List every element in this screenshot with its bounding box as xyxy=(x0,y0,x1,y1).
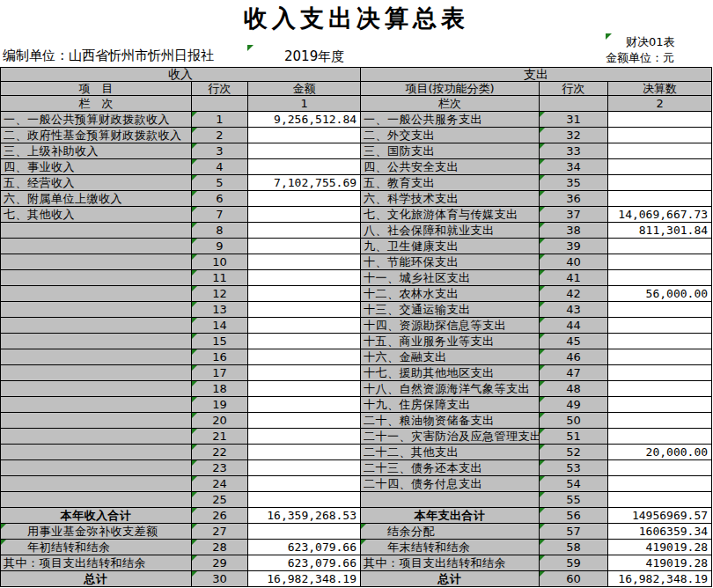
expense-item-cell[interactable]: 二十一、灾害防治及应急管理支出 xyxy=(361,429,540,445)
expense-item-cell[interactable]: 十五、商业服务业等支出 xyxy=(361,334,540,349)
expense-line-cell[interactable]: 44 xyxy=(540,318,608,334)
expense-line-cell[interactable]: 38 xyxy=(540,223,608,239)
expense-item-cell[interactable]: 总计 xyxy=(361,571,540,587)
expense-line-cell[interactable]: 49 xyxy=(540,397,608,413)
expense-amount-cell[interactable] xyxy=(608,143,712,159)
income-line-cell[interactable]: 30 xyxy=(192,571,248,587)
expense-item-cell[interactable]: 十一、城乡社区支出 xyxy=(361,270,540,286)
income-item-cell[interactable] xyxy=(1,270,192,286)
income-item-cell[interactable] xyxy=(1,492,192,508)
income-line-header[interactable]: 行次 xyxy=(192,82,248,96)
expense-amount-cell[interactable]: 20,000.00 xyxy=(608,445,712,460)
expense-line-cell[interactable]: 45 xyxy=(540,334,608,349)
expense-amount-cell[interactable]: 16,982,348.19 xyxy=(608,571,712,587)
income-amount-cell[interactable] xyxy=(248,445,361,460)
income-line-cell[interactable]: 20 xyxy=(192,413,248,429)
expense-line-cell[interactable]: 52 xyxy=(540,445,608,460)
income-amount-cell[interactable] xyxy=(248,254,361,270)
income-amount-cell[interactable]: 7,102,755.69 xyxy=(248,175,361,191)
expense-amount-cell[interactable] xyxy=(608,112,712,128)
expense-line-cell[interactable]: 42 xyxy=(540,286,608,302)
expense-column-number[interactable]: 2 xyxy=(608,96,712,112)
expense-amount-cell[interactable] xyxy=(608,397,712,413)
expense-amount-cell[interactable]: 1606359.34 xyxy=(608,524,712,540)
expense-amount-cell[interactable] xyxy=(608,318,712,334)
income-line-cell[interactable]: 7 xyxy=(192,207,248,223)
income-amount-cell[interactable] xyxy=(248,270,361,286)
expense-line-cell[interactable]: 41 xyxy=(540,270,608,286)
income-item-cell[interactable]: 其中：项目支出结转和结余 xyxy=(1,555,192,571)
income-line-cell[interactable]: 18 xyxy=(192,381,248,397)
income-line-cell[interactable]: 9 xyxy=(192,239,248,254)
income-line-cell[interactable]: 19 xyxy=(192,397,248,413)
expense-item-cell[interactable]: 十九、住房保障支出 xyxy=(361,397,540,413)
expense-item-cell[interactable]: 十八、自然资源海洋气象等支出 xyxy=(361,381,540,397)
expense-line-header[interactable]: 行次 xyxy=(540,82,608,96)
income-item-cell[interactable] xyxy=(1,413,192,429)
income-line-cell[interactable]: 25 xyxy=(192,492,248,508)
income-amount-cell[interactable] xyxy=(248,476,361,492)
income-amount-cell[interactable] xyxy=(248,397,361,413)
expense-item-cell[interactable]: 十六、金融支出 xyxy=(361,349,540,365)
expense-amount-cell[interactable] xyxy=(608,365,712,381)
income-amount-cell[interactable] xyxy=(248,349,361,365)
income-line-cell[interactable]: 3 xyxy=(192,143,248,159)
income-item-cell[interactable]: 四、事业收入 xyxy=(1,159,192,175)
expense-amount-cell[interactable] xyxy=(608,191,712,207)
income-line-cell[interactable]: 26 xyxy=(192,508,248,524)
expense-item-cell[interactable]: 二十二、其他支出 xyxy=(361,445,540,460)
expense-amount-cell[interactable] xyxy=(608,460,712,476)
income-line-cell[interactable]: 23 xyxy=(192,460,248,476)
expense-amount-cell[interactable] xyxy=(608,159,712,175)
expense-line-cell[interactable]: 37 xyxy=(540,207,608,223)
expense-item-cell[interactable]: 九、卫生健康支出 xyxy=(361,239,540,254)
expense-amount-cell[interactable] xyxy=(608,175,712,191)
expense-line-cell[interactable]: 50 xyxy=(540,413,608,429)
income-line-cell[interactable]: 6 xyxy=(192,191,248,207)
expense-item-cell[interactable] xyxy=(361,492,540,508)
income-amount-cell[interactable] xyxy=(248,223,361,239)
income-amount-cell[interactable] xyxy=(248,429,361,445)
income-amount-cell[interactable] xyxy=(248,318,361,334)
expense-item-header[interactable]: 项目(按功能分类) xyxy=(361,82,540,96)
income-line-cell[interactable]: 5 xyxy=(192,175,248,191)
income-item-cell[interactable] xyxy=(1,460,192,476)
income-item-cell[interactable]: 二、政府性基金预算财政拨款收入 xyxy=(1,128,192,143)
expense-item-cell[interactable]: 二、外交支出 xyxy=(361,128,540,143)
expense-amount-cell[interactable] xyxy=(608,302,712,318)
income-item-cell[interactable] xyxy=(1,254,192,270)
income-item-cell[interactable]: 七、其他收入 xyxy=(1,207,192,223)
expense-item-cell[interactable]: 十、节能环保支出 xyxy=(361,254,540,270)
expense-item-cell[interactable]: 三、国防支出 xyxy=(361,143,540,159)
expense-line-cell[interactable]: 54 xyxy=(540,476,608,492)
expense-item-cell[interactable]: 其中：项目支出结转和结余 xyxy=(361,555,540,571)
income-item-cell[interactable] xyxy=(1,302,192,318)
income-item-cell[interactable]: 本年收入合计 xyxy=(1,508,192,524)
expense-item-cell[interactable]: 十四、资源勘探信息等支出 xyxy=(361,318,540,334)
income-line-cell[interactable]: 16 xyxy=(192,349,248,365)
income-item-cell[interactable]: 年初结转和结余 xyxy=(1,540,192,555)
income-line-cell[interactable]: 1 xyxy=(192,112,248,128)
expense-amount-cell[interactable]: 811,301.84 xyxy=(608,223,712,239)
income-item-cell[interactable]: 总计 xyxy=(1,571,192,587)
expense-item-cell[interactable]: 一、一般公共服务支出 xyxy=(361,112,540,128)
expense-amount-cell[interactable] xyxy=(608,413,712,429)
expense-line-cell[interactable]: 58 xyxy=(540,540,608,555)
expense-item-cell[interactable]: 六、科学技术支出 xyxy=(361,191,540,207)
income-amount-cell[interactable] xyxy=(248,159,361,175)
expense-line-cell[interactable]: 51 xyxy=(540,429,608,445)
expense-item-cell[interactable]: 年末结转和结余 xyxy=(361,540,540,555)
expense-line-cell[interactable]: 60 xyxy=(540,571,608,587)
income-item-cell[interactable] xyxy=(1,476,192,492)
income-amount-cell[interactable] xyxy=(248,524,361,540)
expense-amount-cell[interactable] xyxy=(608,381,712,397)
expense-line-cell[interactable]: 32 xyxy=(540,128,608,143)
expense-line-cell[interactable]: 35 xyxy=(540,175,608,191)
income-item-header[interactable]: 项 目 xyxy=(1,82,192,96)
expense-amount-cell[interactable] xyxy=(608,239,712,254)
income-line-cell[interactable]: 4 xyxy=(192,159,248,175)
expense-line-cell[interactable]: 57 xyxy=(540,524,608,540)
income-amount-cell[interactable] xyxy=(248,413,361,429)
expense-amount-cell[interactable] xyxy=(608,429,712,445)
expense-item-cell[interactable]: 五、教育支出 xyxy=(361,175,540,191)
